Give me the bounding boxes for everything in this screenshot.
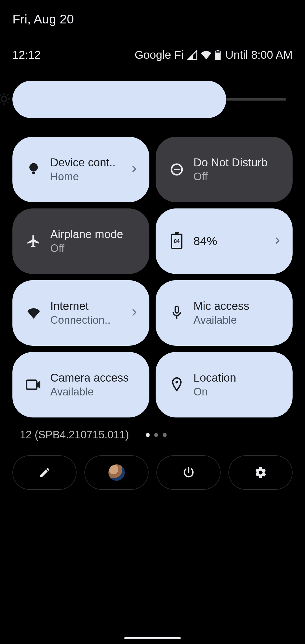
battery-icon: [215, 50, 221, 60]
power-menu-button[interactable]: [156, 455, 221, 490]
tile-title: Device cont..: [50, 156, 130, 169]
wifi-icon: [201, 49, 212, 61]
page-dot: [163, 433, 167, 437]
mic-icon: [167, 305, 187, 321]
home-indicator[interactable]: [124, 637, 181, 639]
qs-tile-camera-access[interactable]: Camera accessAvailable: [12, 352, 149, 417]
svg-point-11: [175, 381, 178, 384]
svg-rect-5: [32, 172, 35, 174]
qs-tile-do-not-disturb[interactable]: Do Not DisturbOff: [156, 137, 293, 202]
qs-tile-internet[interactable]: InternetConnection..: [12, 280, 149, 346]
gear-icon: [254, 466, 267, 479]
bulb-icon: [24, 162, 43, 177]
edit-tiles-button[interactable]: [12, 455, 77, 490]
user-switch-button[interactable]: [84, 455, 149, 490]
brightness-icon: [0, 92, 11, 107]
chevron-right-icon: [130, 164, 141, 175]
qs-tile-location[interactable]: LocationOn: [156, 352, 293, 417]
status-icons: [187, 49, 221, 61]
tile-subtitle: On: [193, 386, 284, 398]
avatar-icon: [108, 464, 125, 481]
tile-subtitle: Off: [50, 242, 141, 254]
carrier-label: Google Fi: [135, 49, 184, 61]
qs-tile-mic-access[interactable]: Mic accessAvailable: [156, 280, 293, 346]
dnd-icon: [167, 162, 187, 177]
battery-until-label: Until 8:00 AM: [225, 49, 293, 61]
svg-rect-8: [175, 306, 178, 313]
tile-subtitle: Available: [50, 386, 141, 398]
tile-title: Mic access: [193, 300, 284, 312]
tile-title: Airplane mode: [50, 228, 141, 241]
tile-subtitle: Connection..: [50, 314, 130, 326]
tile-title: Internet: [50, 300, 130, 312]
qs-tile-airplane-mode[interactable]: Airplane modeOff: [12, 208, 149, 274]
tile-subtitle: Home: [50, 171, 130, 183]
page-indicator: [146, 433, 167, 437]
qs-tile-84[interactable]: 8484%: [156, 208, 293, 274]
svg-point-3: [1, 96, 6, 101]
tile-title: Camera access: [50, 371, 141, 384]
brightness-slider[interactable]: [12, 81, 286, 118]
location-icon: [167, 377, 187, 393]
wifi-icon: [24, 305, 43, 321]
pencil-icon: [38, 466, 51, 479]
chevron-right-icon: [273, 236, 284, 246]
chevron-right-icon: [130, 308, 141, 318]
build-number-label: 12 (SPB4.210715.011): [20, 429, 129, 441]
battery-icon: 84: [167, 234, 187, 249]
airplane-icon: [24, 234, 43, 249]
tile-title: Location: [193, 371, 284, 384]
date-label: Fri, Aug 20: [12, 12, 74, 27]
svg-rect-2: [215, 53, 220, 60]
cellular-signal-icon: [187, 50, 198, 60]
svg-point-4: [29, 163, 38, 172]
settings-button[interactable]: [228, 455, 293, 490]
svg-rect-10: [27, 380, 37, 389]
tile-subtitle: Off: [193, 171, 284, 183]
tile-title: Do Not Disturb: [193, 156, 284, 169]
clock-label: 12:12: [12, 49, 41, 61]
power-icon: [182, 466, 195, 479]
status-bar: 12:12 Google Fi Until 8:00 AM: [12, 49, 293, 61]
page-dot: [154, 433, 158, 437]
tile-title: 84%: [193, 234, 273, 248]
qs-tile-device-cont[interactable]: Device cont..Home: [12, 137, 149, 202]
camera-icon: [24, 379, 43, 391]
tile-subtitle: Available: [193, 314, 284, 326]
page-dot: [146, 433, 150, 437]
